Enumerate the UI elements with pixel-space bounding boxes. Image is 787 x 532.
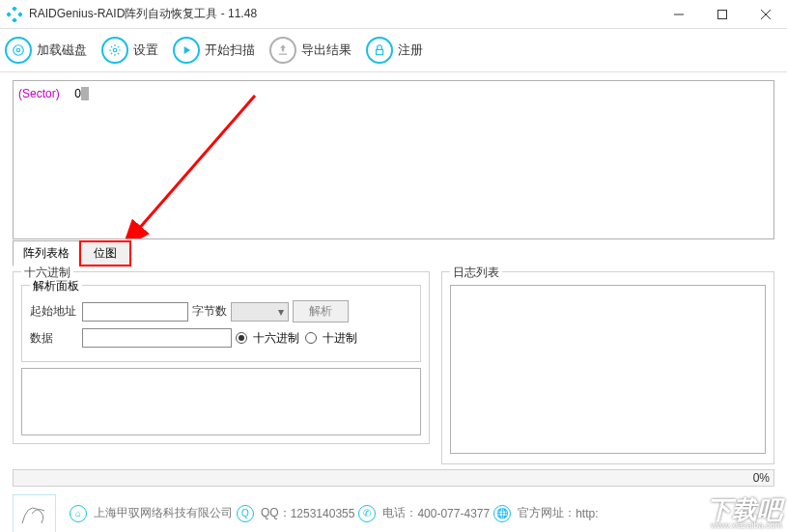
svg-rect-2: [7, 12, 12, 17]
footer-logo: [13, 494, 56, 533]
sector-label: (Sector): [18, 87, 60, 100]
hex-inner-box[interactable]: [21, 368, 421, 435]
byte-count-dropdown[interactable]: [231, 302, 289, 322]
disk-icon: [5, 37, 32, 64]
tab-array-table[interactable]: 阵列表格: [13, 240, 80, 266]
parse-button[interactable]: 解析: [293, 300, 349, 322]
web-icon: 🌐: [493, 505, 511, 522]
export-icon: [269, 37, 296, 64]
tabs: 阵列表格 位图: [13, 240, 774, 266]
annotation-arrow: [120, 91, 265, 239]
radix-hex-radio[interactable]: [236, 332, 247, 344]
close-button[interactable]: [744, 0, 787, 29]
settings-button[interactable]: 设置: [101, 37, 158, 64]
svg-rect-1: [12, 17, 17, 22]
svg-rect-3: [17, 12, 22, 17]
watermark-sub: www.xiazaiba.com: [711, 520, 782, 530]
svg-line-13: [137, 96, 255, 231]
website-label: 官方网址：: [518, 505, 576, 521]
progress-text: 0%: [753, 471, 770, 485]
cursor: [81, 87, 89, 100]
svg-rect-11: [377, 49, 383, 54]
lock-icon: [366, 37, 393, 64]
qq-label: QQ：: [261, 505, 291, 521]
tab-bitmap[interactable]: 位图: [79, 240, 131, 266]
company-name: 上海甲驭网络科技有限公司: [94, 505, 233, 521]
load-disk-label: 加载磁盘: [37, 42, 87, 59]
progress-bar: 0%: [13, 469, 774, 487]
byte-count-label: 字节数: [192, 303, 227, 320]
data-input[interactable]: [82, 328, 232, 348]
svg-rect-0: [12, 7, 17, 12]
export-result-button[interactable]: 导出结果: [269, 37, 351, 64]
start-address-label: 起始地址: [30, 303, 78, 320]
radix-dec-radio[interactable]: [305, 332, 317, 344]
log-box[interactable]: [450, 285, 766, 454]
toolbar: 加载磁盘 设置 开始扫描 导出结果 注册: [0, 29, 787, 72]
export-result-label: 导出结果: [301, 42, 351, 59]
parse-panel: 解析面板 起始地址 字节数 解析 数据: [21, 285, 421, 362]
start-scan-button[interactable]: 开始扫描: [173, 37, 255, 64]
log-panel: 日志列表: [441, 271, 774, 464]
phone-label: 电话：: [382, 505, 417, 521]
phone-icon: ✆: [358, 505, 376, 522]
svg-point-9: [16, 48, 20, 52]
settings-label: 设置: [133, 42, 158, 59]
svg-point-8: [14, 45, 24, 56]
svg-point-10: [113, 48, 117, 52]
sector-value: 0: [74, 87, 81, 100]
gear-icon: [101, 37, 128, 64]
maximize-button[interactable]: [700, 0, 744, 29]
start-scan-label: 开始扫描: [205, 42, 255, 59]
load-disk-button[interactable]: 加载磁盘: [5, 37, 87, 64]
hex-view[interactable]: (Sector) 0: [13, 80, 774, 239]
radix-dec-label: 十进制: [323, 330, 357, 347]
app-icon: [7, 7, 22, 22]
play-icon: [173, 37, 200, 64]
minimize-button[interactable]: [657, 0, 700, 29]
log-panel-title: 日志列表: [450, 265, 502, 281]
phone-value: 400-077-4377: [417, 507, 490, 520]
register-button[interactable]: 注册: [366, 37, 423, 64]
qq-icon: Q: [237, 505, 254, 522]
start-address-input[interactable]: [82, 302, 188, 322]
hex-panel: 十六进制 解析面板 起始地址 字节数 解析: [13, 271, 430, 444]
svg-rect-5: [717, 11, 726, 19]
main-area: (Sector) 0 阵列表格 位图 十六进制 解析面板: [0, 72, 787, 469]
register-label: 注册: [398, 42, 423, 59]
radix-hex-label: 十六进制: [253, 330, 299, 347]
website-value: http:: [576, 507, 598, 520]
parse-panel-title: 解析面板: [30, 278, 82, 294]
qq-value: 1253140355: [291, 507, 355, 520]
company-icon: ⌂: [70, 505, 87, 522]
data-label: 数据: [30, 330, 78, 347]
window-title: RAIDGenius-RAID阵列自动恢复工具 - 11.48: [29, 6, 257, 22]
titlebar: RAIDGenius-RAID阵列自动恢复工具 - 11.48: [0, 0, 787, 29]
footer: ⌂ 上海甲驭网络科技有限公司 Q QQ： 1253140355 ✆ 电话： 40…: [0, 487, 787, 532]
